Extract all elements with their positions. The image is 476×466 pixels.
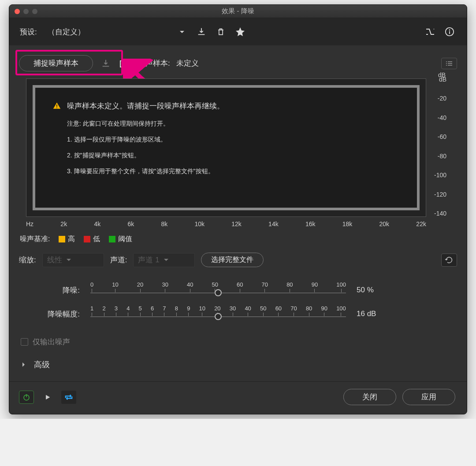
power-icon (22, 393, 30, 401)
close-button[interactable]: 关闭 (343, 389, 396, 405)
y-tick: -40 (427, 114, 446, 121)
scale-channel-row: 缩放: 线性 声道: 声道 1 选择完整文件 (19, 250, 457, 275)
x-tick: 22k (416, 220, 426, 227)
noise-sample-label: 噪声样本: (138, 58, 170, 68)
reduction-amount-value: 16 dB (357, 309, 405, 318)
zoom-window-icon[interactable] (32, 9, 37, 14)
x-tick: 6k (127, 220, 134, 227)
swatch-icon (59, 236, 65, 242)
noise-reduction-slider-row: 降噪: 0102030405060708090100 50 % (41, 281, 457, 299)
apply-button[interactable]: 应用 (402, 389, 455, 405)
x-tick: 16k (305, 220, 316, 227)
info-button[interactable] (443, 25, 456, 38)
channel-label: 声道: (110, 255, 127, 265)
legend-item-high: 高 (59, 235, 75, 244)
x-tick: 18k (342, 220, 353, 227)
advanced-toggle[interactable]: 高级 (19, 355, 457, 381)
swatch-icon (109, 236, 115, 242)
y-tick: -140 (427, 210, 446, 217)
y-axis-ticks: dB -20 -40 -60 -80 -100 -120 -140 (427, 76, 446, 217)
window-title: 效果 - 降噪 (9, 7, 467, 15)
preset-dropdown[interactable]: （自定义） (43, 24, 189, 39)
delete-preset-button[interactable] (214, 25, 227, 38)
reset-button[interactable] (441, 254, 457, 267)
routing-icon (425, 27, 435, 36)
noise-reduction-label: 降噪: (41, 285, 80, 295)
x-tick: 12k (231, 220, 242, 227)
swatch-icon (84, 236, 90, 242)
loop-button[interactable] (61, 391, 76, 404)
overlay-note: 注意: 此窗口可在处理期间保持打开。 (67, 120, 399, 128)
play-icon (44, 394, 51, 401)
preset-bar: 预设: （自定义） (9, 18, 467, 45)
legend-text: 阈值 (118, 235, 132, 242)
power-toggle[interactable] (19, 391, 34, 404)
output-noise-only-row[interactable]: 仅输出噪声 (19, 332, 457, 355)
scale-dropdown[interactable]: 线性 (42, 253, 104, 267)
info-icon (445, 27, 454, 37)
noise-reduction-value: 50 % (357, 286, 405, 295)
star-icon (235, 26, 245, 37)
output-noise-only-checkbox[interactable] (21, 338, 28, 346)
slider-knob[interactable] (215, 313, 222, 320)
routing-button[interactable] (424, 25, 437, 38)
x-tick: 4k (94, 220, 100, 227)
footer: 关闭 应用 (9, 381, 467, 414)
overlay-step3: 3. 降噪要应用于整个文件，请按"选择完整文件"按钮。 (67, 168, 399, 175)
overlay-warning-text: 噪声样本未定义。请捕捉一段噪声样本再继续。 (67, 100, 224, 112)
window-controls (9, 9, 37, 14)
favorite-button[interactable] (234, 25, 247, 38)
slider-knob[interactable] (215, 289, 222, 296)
view-list-button[interactable] (441, 58, 457, 69)
x-tick: 2k (60, 220, 67, 227)
svg-rect-3 (56, 104, 57, 107)
noise-sample-value: 未定义 (176, 58, 199, 68)
select-whole-file-button[interactable]: 选择完整文件 (201, 253, 264, 267)
effect-dialog: 效果 - 降噪 预设: （自定义） (9, 4, 467, 414)
loop-icon (64, 393, 74, 401)
legend-text: 低 (93, 235, 100, 242)
y-tick: -100 (427, 171, 446, 179)
overlay-step2: 2. 按"捕捉噪声样本"按钮。 (67, 152, 399, 160)
noise-reduction-slider[interactable]: 0102030405060708090100 (90, 281, 346, 299)
overlay-step1: 1. 选择一段仅用于降噪的波形区域。 (67, 136, 399, 144)
x-axis-ticks: Hz 2k 4k 6k 8k 10k 12k 14k 16k 18k 20k 2… (26, 220, 426, 227)
reduction-amount-slider[interactable]: 123456789102030405060708090100 (90, 305, 346, 323)
svg-rect-4 (56, 108, 57, 108)
y-tick: -20 (427, 95, 446, 102)
svg-point-1 (449, 30, 450, 31)
y-tick: -60 (427, 133, 446, 140)
reduction-amount-label: 降噪幅度: (41, 309, 80, 319)
x-tick: 10k (194, 220, 205, 227)
warning-icon (53, 102, 61, 110)
close-window-icon[interactable] (15, 9, 20, 14)
scale-label: 缩放: (19, 255, 36, 265)
download-icon (197, 27, 206, 37)
y-tick: -120 (427, 191, 446, 198)
legend-item-threshold: 阈值 (109, 235, 132, 244)
x-tick: 8k (161, 220, 167, 227)
save-preset-button[interactable] (195, 25, 208, 38)
legend-item-low: 低 (84, 235, 100, 244)
preset-value: （自定义） (48, 27, 85, 37)
undo-icon (445, 257, 454, 264)
preview-play-button[interactable] (40, 391, 55, 404)
load-sample-button[interactable] (119, 57, 132, 70)
y-tick: -80 (427, 153, 446, 160)
advanced-label: 高级 (34, 359, 50, 370)
scale-value: 线性 (47, 255, 62, 265)
chevron-down-icon (180, 31, 184, 35)
chevron-down-icon (67, 259, 71, 263)
legend: 噪声基准: 高 低 阈值 (19, 232, 457, 250)
chart-frame[interactable]: 噪声样本未定义。请捕捉一段噪声样本再继续。 注意: 此窗口可在处理期间保持打开。… (26, 78, 426, 217)
sliders: 降噪: 0102030405060708090100 50 % 降噪幅度: 12… (19, 281, 457, 332)
save-sample-button (99, 57, 112, 70)
reduction-amount-slider-row: 降噪幅度: 123456789102030405060708090100 16 … (41, 305, 457, 323)
capture-noise-button[interactable]: 捕捉噪声样本 (19, 55, 93, 71)
channel-dropdown[interactable]: 声道 1 (133, 253, 195, 267)
minimize-window-icon[interactable] (23, 9, 29, 14)
legend-label: 噪声基准: (20, 235, 50, 244)
instruction-overlay: 噪声样本未定义。请捕捉一段噪声样本再继续。 注意: 此窗口可在处理期间保持打开。… (33, 85, 420, 210)
titlebar: 效果 - 降噪 (9, 5, 467, 18)
chevron-down-icon (164, 259, 168, 263)
